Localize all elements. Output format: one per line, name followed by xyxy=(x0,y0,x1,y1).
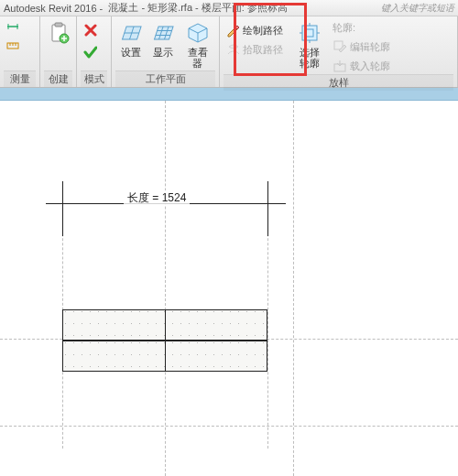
beam-bottom[interactable] xyxy=(62,341,267,372)
cube-icon xyxy=(185,20,211,46)
measure-tool-1[interactable] xyxy=(4,18,22,35)
panel-label-sweep: 放样 xyxy=(224,74,453,91)
edit-profile-label: 编辑轮廓 xyxy=(350,40,390,54)
mode-cancel[interactable] xyxy=(81,22,99,38)
cancel-icon xyxy=(82,23,97,38)
svg-rect-17 xyxy=(155,27,174,39)
pick-path-button[interactable]: 拾取路径 xyxy=(224,41,285,58)
pencil-icon xyxy=(225,23,240,38)
ref-line-v2 xyxy=(293,101,294,476)
dimension-icon xyxy=(5,19,20,34)
panel-label-mode: 模式 xyxy=(81,70,107,87)
draw-path-label: 绘制路径 xyxy=(243,24,283,38)
grid-show-icon xyxy=(150,20,176,46)
mode-finish[interactable] xyxy=(81,44,99,60)
draw-path-button[interactable]: 绘制路径 xyxy=(224,22,285,38)
show-workplane-button[interactable]: 显示 xyxy=(147,18,178,60)
load-profile-button[interactable]: 载入轮廓 xyxy=(331,58,392,74)
grid-set-icon xyxy=(118,20,144,46)
svg-rect-24 xyxy=(302,26,317,40)
panel-sweep: 绘制路径 拾取路径 选择 轮廓 轮廓: xyxy=(220,16,458,87)
show-label: 显示 xyxy=(153,47,173,58)
ruler-icon xyxy=(5,38,20,53)
measure-tool-2[interactable] xyxy=(4,38,22,54)
select-profile-label: 选择 轮廓 xyxy=(300,47,320,69)
create-button[interactable] xyxy=(44,18,72,48)
title-bar: Autodesk Revit 2016 - 混凝土 - 矩形梁.rfa - 楼层… xyxy=(0,0,458,16)
ref-line-v1 xyxy=(165,101,166,476)
load-profile-label: 载入轮廓 xyxy=(350,60,390,73)
panel-mode: 模式 xyxy=(77,16,112,87)
svg-rect-8 xyxy=(55,23,62,27)
select-profile-button[interactable]: 选择 轮廓 xyxy=(294,18,325,70)
viewer-label: 查看器 xyxy=(183,47,213,69)
edit-profile-icon xyxy=(333,39,347,54)
profile-dropdown[interactable]: 轮廓: xyxy=(331,20,392,36)
search-hint[interactable]: 键入关键字或短语 xyxy=(381,2,454,15)
pick-path-label: 拾取路径 xyxy=(243,43,283,57)
pick-path-icon xyxy=(225,42,240,57)
panel-label-create: 创建 xyxy=(44,70,72,87)
app-name: Autodesk Revit 2016 - xyxy=(4,3,103,14)
panel-workplane: 设置 显示 查看器 工作平面 xyxy=(112,16,220,87)
select-profile-icon xyxy=(297,20,322,46)
ext-line-right xyxy=(267,211,268,449)
edit-profile-button[interactable]: 编辑轮廓 xyxy=(331,38,392,55)
paste-icon xyxy=(46,20,71,46)
set-workplane-button[interactable]: 设置 xyxy=(115,18,146,60)
ref-line-h2 xyxy=(0,426,458,427)
document-title: 混凝土 - 矩形梁.rfa - 楼层平面: 参照标高 xyxy=(108,1,288,15)
panel-create: 创建 xyxy=(40,16,77,87)
panel-measure: 测量 xyxy=(0,16,40,87)
load-profile-icon xyxy=(333,59,347,73)
dim-tick-right xyxy=(267,181,268,236)
panel-label-measure: 测量 xyxy=(4,70,36,87)
set-label: 设置 xyxy=(121,47,141,58)
beam-top[interactable] xyxy=(62,309,267,341)
viewer-button[interactable]: 查看器 xyxy=(180,18,215,70)
panel-label-workplane: 工作平面 xyxy=(115,70,215,87)
ribbon: 测量 创建 xyxy=(0,16,458,88)
dimension-text[interactable]: 长度 = 1524 xyxy=(124,190,190,206)
profile-dropdown-label: 轮廓: xyxy=(333,21,355,35)
check-icon xyxy=(82,45,97,60)
drawing-canvas[interactable]: 长度 = 1524 xyxy=(0,101,458,476)
dim-tick-left xyxy=(62,181,63,236)
